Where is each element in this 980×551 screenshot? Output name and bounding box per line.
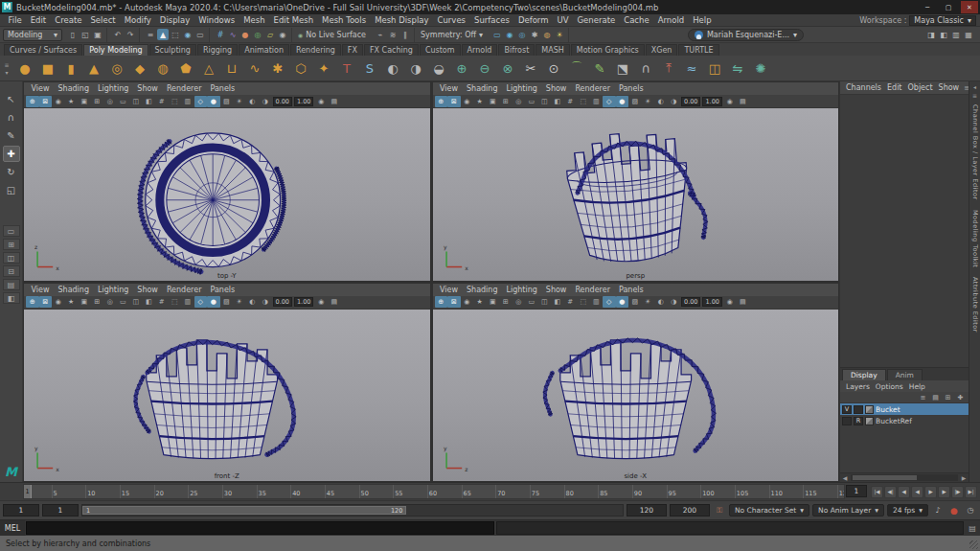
oversampling-icon[interactable]: ◎ — [103, 96, 117, 107]
two-d-pan-zoom-icon[interactable]: ⊞ — [91, 96, 104, 107]
rotate-tool[interactable]: ↻ — [3, 164, 20, 180]
layout-two-pane-stacked[interactable]: ⊟ — [3, 265, 20, 277]
safe-action-icon[interactable]: ⬚ — [169, 296, 182, 308]
anim-layer-selector[interactable]: No Anim Layer ▾ — [812, 504, 884, 517]
menu-item[interactable]: Edit Mesh — [269, 15, 318, 25]
shadows-icon[interactable]: ◐ — [654, 296, 668, 308]
sidebar-options-icon[interactable]: ≡ — [972, 92, 977, 99]
range-slider-track[interactable]: 1 120 — [81, 504, 624, 517]
connect-icon[interactable]: ⌒ — [565, 57, 588, 80]
viewport-menu-item[interactable]: Lighting — [94, 286, 131, 294]
shelf-tab[interactable]: Bifrost — [498, 44, 535, 56]
bookmarks-icon[interactable]: ★ — [473, 96, 487, 107]
command-output[interactable] — [496, 521, 965, 535]
viewport-menu-item[interactable]: Renderer — [163, 286, 205, 294]
bookmarks-icon[interactable]: ★ — [65, 96, 79, 107]
field-chart-icon[interactable]: # — [564, 96, 578, 107]
menu-item[interactable]: Surfaces — [470, 15, 514, 25]
viewport-menu-item[interactable]: Show — [542, 84, 570, 93]
layer-editor-tab[interactable]: Anim — [887, 369, 923, 380]
menu-item[interactable]: Cache — [620, 15, 653, 25]
move-tool[interactable]: ✚ — [3, 146, 20, 162]
field-chart-icon[interactable]: # — [155, 296, 169, 308]
safe-title-icon[interactable]: ▥ — [181, 296, 194, 308]
sidebar-tab[interactable]: Channel Box / Layer Editor — [971, 104, 979, 200]
oversampling-icon[interactable]: ◎ — [103, 296, 117, 308]
screen-space-ao-icon[interactable]: ◑ — [668, 96, 681, 107]
shelf-tab[interactable]: FX — [342, 44, 363, 56]
workspace-selector[interactable]: Maya Classic ▾ — [909, 15, 976, 26]
layer-type-toggle[interactable]: R — [854, 417, 863, 425]
textured-icon[interactable]: ▨ — [628, 96, 642, 107]
wireframe-icon[interactable]: ◇ — [603, 96, 616, 107]
viewport-menu-item[interactable]: Panels — [615, 286, 647, 294]
screen-space-ao-icon[interactable]: ◑ — [259, 296, 272, 308]
play-forwards-button[interactable]: ▶ — [924, 486, 937, 498]
shelf-menu-icon[interactable]: ≡ — [4, 61, 9, 68]
layer-type-toggle[interactable] — [854, 405, 863, 414]
poly-torus-icon[interactable]: ◎ — [105, 57, 128, 80]
render-view-icon[interactable]: ▭ — [491, 29, 503, 40]
minimize-button[interactable]: ─ — [919, 1, 936, 13]
smooth-icon[interactable]: ≈ — [680, 57, 703, 80]
gamma-field[interactable]: 1.00 — [294, 297, 313, 307]
layer-color-swatch[interactable] — [865, 417, 874, 425]
gamma-field[interactable]: 1.00 — [702, 97, 721, 106]
use-lights-icon[interactable]: ☀ — [642, 96, 655, 107]
shelf-tab[interactable]: Curves / Surfaces — [4, 44, 82, 56]
poly-pipe-icon[interactable]: ⊔ — [220, 57, 243, 80]
viewport-3d-view-front[interactable]: xy front -Z — [24, 310, 430, 482]
step-back-frame-button[interactable]: ◀ — [898, 486, 910, 498]
layout-two-pane-side[interactable]: ◫ — [3, 252, 20, 264]
scroll-left-icon[interactable]: ◀ — [840, 474, 850, 481]
isolate-select-icon[interactable]: ◉ — [314, 296, 328, 308]
shelf-tab[interactable]: TURTLE — [678, 44, 718, 56]
resolution-gate-icon[interactable]: ◫ — [538, 296, 552, 308]
command-language-toggle[interactable]: MEL — [0, 520, 25, 536]
scale-tool[interactable]: ◱ — [3, 182, 20, 198]
poly-gear-icon[interactable]: ✱ — [266, 57, 289, 80]
poly-superellipse-icon[interactable]: ✦ — [312, 57, 335, 80]
gate-mask-icon[interactable]: ◧ — [551, 96, 564, 107]
viewport-menu-item[interactable]: View — [28, 84, 53, 93]
current-frame-field[interactable]: 1 — [846, 485, 867, 497]
viewport-3d-view-persp[interactable]: xy persp — [433, 108, 839, 281]
safe-action-icon[interactable]: ⬚ — [577, 296, 590, 308]
poly-disc-icon[interactable]: ◍ — [151, 57, 174, 80]
toggle-workspace-icon[interactable]: ▦ — [963, 29, 974, 40]
camera-attributes-icon[interactable]: ◉ — [461, 296, 474, 308]
toggle-tool-settings-icon[interactable]: ▥ — [950, 29, 962, 40]
two-d-pan-zoom-icon[interactable]: ⊞ — [499, 296, 513, 308]
extract-icon[interactable]: ⊗ — [496, 57, 519, 80]
hypershade-icon[interactable]: ◍ — [541, 29, 553, 40]
Bucket[interactable]: V Bucket — [840, 403, 969, 415]
isolate-select-icon[interactable]: ◉ — [314, 96, 328, 107]
construction-history-icon[interactable]: ⌁ — [375, 29, 386, 40]
playback-start-field[interactable]: 1 — [42, 504, 79, 517]
gate-mask-icon[interactable]: ◧ — [551, 296, 564, 308]
film-gate-icon[interactable]: ▭ — [117, 296, 130, 308]
step-back-key-button[interactable]: ◀| — [884, 486, 897, 498]
select-camera-icon[interactable]: ⊕ — [435, 296, 448, 308]
image-plane-icon[interactable]: ▣ — [487, 296, 500, 308]
snap-to-point-icon[interactable]: ● — [239, 29, 251, 40]
bookmarks-icon[interactable]: ★ — [65, 296, 79, 308]
shaded-icon[interactable]: ● — [616, 96, 629, 107]
live-surface-indicator[interactable]: ◉ No Live Surface — [294, 31, 370, 39]
shelf-tab[interactable]: Poly Modeling — [83, 44, 148, 56]
range-slider-bar[interactable]: 1 120 — [82, 506, 406, 515]
shelf-tab[interactable]: Custom — [420, 44, 461, 56]
oversampling-icon[interactable]: ◎ — [513, 296, 526, 308]
select-component-icon[interactable]: ⬚ — [170, 29, 181, 40]
menu-item[interactable]: Display — [155, 15, 194, 25]
screen-space-ao-icon[interactable]: ◑ — [668, 296, 681, 308]
safe-action-icon[interactable]: ⬚ — [169, 96, 182, 107]
light-editor-icon[interactable]: ☀ — [554, 29, 565, 40]
snap-to-grid-icon[interactable]: # — [215, 29, 226, 40]
safe-title-icon[interactable]: ▥ — [590, 96, 604, 107]
layout-three-pane[interactable]: ▤ — [3, 279, 20, 290]
shelf-tab[interactable]: MASH — [536, 44, 569, 56]
channel-box-menu-item[interactable]: Object — [905, 83, 936, 92]
character-set-key-icon[interactable]: ⚿ — [713, 504, 726, 517]
viewport-menu-item[interactable]: Shading — [463, 84, 501, 93]
